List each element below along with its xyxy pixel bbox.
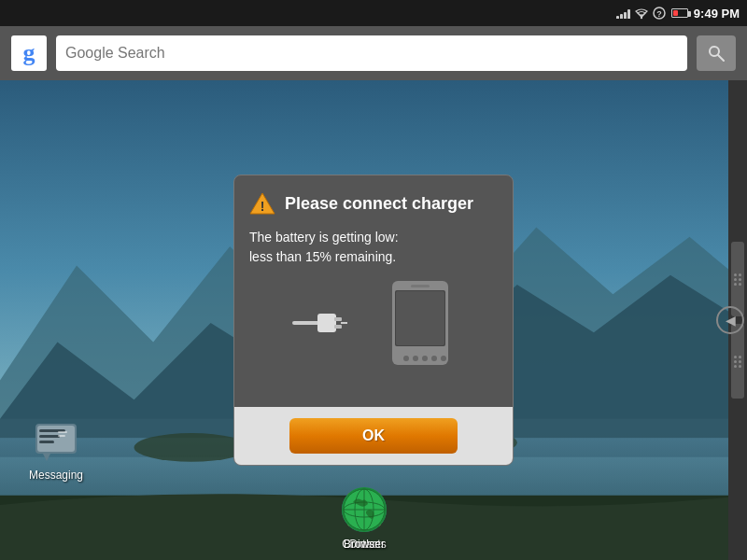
svg-rect-26 bbox=[396, 291, 444, 345]
dock-item-browser[interactable]: Browser bbox=[327, 485, 402, 551]
battery-icon bbox=[671, 8, 688, 18]
dialog-message: The battery is getting low:less than 15%… bbox=[249, 228, 498, 267]
svg-point-30 bbox=[431, 356, 437, 361]
device-icon bbox=[383, 276, 458, 370]
svg-point-28 bbox=[413, 356, 418, 361]
status-icons: ? bbox=[616, 7, 688, 20]
desktop: ◀ Messaging bbox=[0, 80, 747, 560]
google-logo: g bbox=[11, 35, 47, 71]
svg-point-29 bbox=[422, 356, 428, 361]
svg-point-27 bbox=[403, 356, 409, 361]
wifi-icon bbox=[634, 7, 649, 20]
dialog-footer: OK bbox=[234, 407, 513, 465]
search-icon bbox=[707, 44, 726, 63]
svg-text:!: ! bbox=[261, 199, 265, 214]
svg-rect-22 bbox=[334, 325, 342, 329]
search-input[interactable] bbox=[65, 45, 678, 62]
svg-line-4 bbox=[718, 55, 724, 61]
svg-rect-32 bbox=[411, 285, 430, 287]
search-button[interactable] bbox=[697, 35, 736, 71]
ok-button[interactable]: OK bbox=[289, 418, 458, 454]
dialog-body: The battery is getting low:less than 15%… bbox=[234, 224, 513, 407]
signal-icon bbox=[616, 7, 630, 19]
charger-plug-icon bbox=[289, 286, 383, 360]
browser-icon-image bbox=[340, 485, 388, 534]
status-time: 9:49 PM bbox=[694, 7, 740, 21]
dialog-illustration bbox=[249, 267, 498, 388]
svg-rect-21 bbox=[334, 317, 342, 321]
help-icon: ? bbox=[653, 7, 666, 20]
browser-label: Browser bbox=[344, 538, 385, 551]
low-battery-dialog: ! Please connect charger The battery is … bbox=[233, 175, 514, 466]
status-bar: ? 9:49 PM bbox=[0, 0, 747, 26]
dialog-header: ! Please connect charger bbox=[234, 175, 513, 224]
search-input-container[interactable] bbox=[56, 35, 687, 71]
svg-point-31 bbox=[441, 356, 446, 361]
dialog-title: Please connect charger bbox=[285, 194, 473, 214]
dock: 📞 Dialer bbox=[0, 476, 728, 560]
search-bar: g bbox=[0, 26, 747, 80]
svg-text:?: ? bbox=[656, 9, 662, 19]
svg-rect-20 bbox=[317, 314, 336, 332]
svg-point-0 bbox=[641, 17, 642, 19]
warning-icon: ! bbox=[249, 190, 275, 217]
